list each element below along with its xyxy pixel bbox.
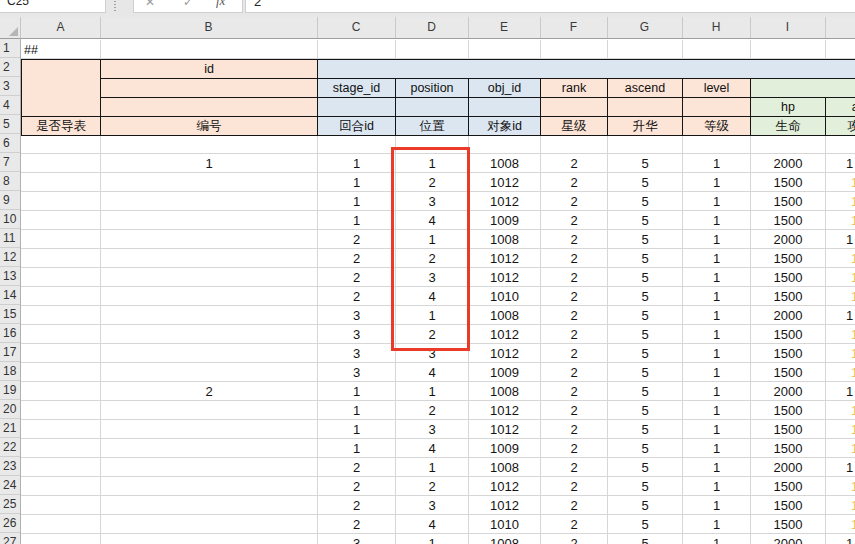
cell-C23[interactable]: 2 bbox=[317, 458, 396, 477]
cell-G21[interactable]: 5 bbox=[607, 420, 683, 439]
cell-I27[interactable]: 2000 bbox=[750, 534, 826, 544]
cell-G13[interactable]: 5 bbox=[607, 268, 683, 287]
cell-H3-level[interactable]: level bbox=[682, 78, 751, 98]
cell-F10[interactable]: 2 bbox=[540, 211, 608, 230]
cell-G8[interactable]: 5 bbox=[607, 173, 683, 192]
cell-F3-rank[interactable]: rank bbox=[540, 78, 608, 98]
cell-J23[interactable]: 1 bbox=[825, 458, 855, 477]
cell-F8[interactable]: 2 bbox=[540, 173, 608, 192]
cell-F20[interactable]: 2 bbox=[540, 401, 608, 420]
cell-C15[interactable]: 3 bbox=[317, 306, 396, 325]
cell-A2-A4-merged[interactable] bbox=[21, 59, 101, 117]
cell-I10[interactable]: 1500 bbox=[750, 211, 826, 230]
cell-D23[interactable]: 1 bbox=[395, 458, 469, 477]
cell-H15[interactable]: 1 bbox=[682, 306, 751, 325]
cell-I18[interactable]: 1500 bbox=[750, 363, 826, 382]
cell-C26[interactable]: 2 bbox=[317, 515, 396, 534]
cell-I19[interactable]: 2000 bbox=[750, 382, 826, 401]
cell-C7[interactable]: 1 bbox=[317, 154, 396, 173]
cell-H20[interactable]: 1 bbox=[682, 401, 751, 420]
cell-H8[interactable]: 1 bbox=[682, 173, 751, 192]
cell-G27[interactable]: 5 bbox=[607, 534, 683, 544]
cell-A5-export-flag[interactable]: 是否导表 bbox=[21, 116, 101, 136]
cell-H4[interactable] bbox=[682, 97, 751, 117]
column-header-B[interactable]: B bbox=[100, 17, 318, 38]
cell-I5-hp-cn[interactable]: 生命 bbox=[750, 116, 826, 136]
cell-D18[interactable]: 4 bbox=[395, 363, 469, 382]
cell-C4[interactable] bbox=[317, 97, 396, 117]
cell-J21[interactable]: 1 bbox=[825, 420, 855, 439]
cell-G22[interactable]: 5 bbox=[607, 439, 683, 458]
row-header-1[interactable]: 1 bbox=[0, 39, 20, 58]
row-header-2[interactable]: 2 bbox=[0, 58, 20, 77]
row-header-26[interactable]: 26 bbox=[0, 514, 20, 533]
cell-I14[interactable]: 1500 bbox=[750, 287, 826, 306]
cell-J10[interactable]: 1 bbox=[825, 211, 855, 230]
cell-F18[interactable]: 2 bbox=[540, 363, 608, 382]
row-header-19[interactable]: 19 bbox=[0, 381, 20, 400]
cell-D27[interactable]: 1 bbox=[395, 534, 469, 544]
cell-E19[interactable]: 1008 bbox=[468, 382, 541, 401]
cell-H25[interactable]: 1 bbox=[682, 496, 751, 515]
cell-D3-position[interactable]: position bbox=[395, 78, 469, 98]
cell-D24[interactable]: 2 bbox=[395, 477, 469, 496]
cell-E15[interactable]: 1008 bbox=[468, 306, 541, 325]
cell-I4-hp[interactable]: hp bbox=[750, 97, 826, 117]
cell-C16[interactable]: 3 bbox=[317, 325, 396, 344]
cell-G11[interactable]: 5 bbox=[607, 230, 683, 249]
cell-C17[interactable]: 3 bbox=[317, 344, 396, 363]
cell-F24[interactable]: 2 bbox=[540, 477, 608, 496]
column-header-F[interactable]: F bbox=[540, 17, 608, 38]
row3-green-band[interactable] bbox=[750, 78, 855, 98]
cell-C24[interactable]: 2 bbox=[317, 477, 396, 496]
cell-J11[interactable]: 1 bbox=[825, 230, 855, 249]
column-header-D[interactable]: D bbox=[395, 17, 469, 38]
cell-I7[interactable]: 2000 bbox=[750, 154, 826, 173]
cell-J27[interactable]: 1 bbox=[825, 534, 855, 544]
cell-J15[interactable]: 1 bbox=[825, 306, 855, 325]
cell-C22[interactable]: 1 bbox=[317, 439, 396, 458]
row-header-22[interactable]: 22 bbox=[0, 438, 20, 457]
cell-G3-ascend[interactable]: ascend bbox=[607, 78, 683, 98]
cell-H5-level-cn[interactable]: 等级 bbox=[682, 116, 751, 136]
cell-F26[interactable]: 2 bbox=[540, 515, 608, 534]
cell-F11[interactable]: 2 bbox=[540, 230, 608, 249]
cell-J9[interactable]: 1 bbox=[825, 192, 855, 211]
cell-A1[interactable]: ## bbox=[22, 40, 100, 59]
cell-I24[interactable]: 1500 bbox=[750, 477, 826, 496]
cell-G17[interactable]: 5 bbox=[607, 344, 683, 363]
cell-I23[interactable]: 2000 bbox=[750, 458, 826, 477]
cell-I17[interactable]: 1500 bbox=[750, 344, 826, 363]
cell-G24[interactable]: 5 bbox=[607, 477, 683, 496]
cell-F19[interactable]: 2 bbox=[540, 382, 608, 401]
cell-F12[interactable]: 2 bbox=[540, 249, 608, 268]
cell-G12[interactable]: 5 bbox=[607, 249, 683, 268]
cell-H13[interactable]: 1 bbox=[682, 268, 751, 287]
cell-E26[interactable]: 1010 bbox=[468, 515, 541, 534]
cell-F25[interactable]: 2 bbox=[540, 496, 608, 515]
row-header-10[interactable]: 10 bbox=[0, 210, 20, 229]
row-header-11[interactable]: 11 bbox=[0, 229, 20, 248]
cell-F27[interactable]: 2 bbox=[540, 534, 608, 544]
cell-E5-object-id-cn[interactable]: 对象id bbox=[468, 116, 541, 136]
cancel-icon[interactable]: ✕ bbox=[145, 0, 155, 9]
fx-icon[interactable]: fx bbox=[216, 0, 225, 9]
row-header-7[interactable]: 7 bbox=[0, 153, 20, 172]
row-header-23[interactable]: 23 bbox=[0, 457, 20, 476]
row-header-8[interactable]: 8 bbox=[0, 172, 20, 191]
namebox-divider[interactable] bbox=[114, 1, 116, 11]
cell-I22[interactable]: 1500 bbox=[750, 439, 826, 458]
cell-E14[interactable]: 1010 bbox=[468, 287, 541, 306]
cell-E24[interactable]: 1012 bbox=[468, 477, 541, 496]
cell-E9[interactable]: 1012 bbox=[468, 192, 541, 211]
cell-D19[interactable]: 1 bbox=[395, 382, 469, 401]
cell-E4[interactable] bbox=[468, 97, 541, 117]
cell-C12[interactable]: 2 bbox=[317, 249, 396, 268]
cell-E16[interactable]: 1012 bbox=[468, 325, 541, 344]
cell-E13[interactable]: 1012 bbox=[468, 268, 541, 287]
cell-I26[interactable]: 1500 bbox=[750, 515, 826, 534]
cell-F15[interactable]: 2 bbox=[540, 306, 608, 325]
row-header-12[interactable]: 12 bbox=[0, 248, 20, 267]
cell-C9[interactable]: 1 bbox=[317, 192, 396, 211]
row-header-20[interactable]: 20 bbox=[0, 400, 20, 419]
